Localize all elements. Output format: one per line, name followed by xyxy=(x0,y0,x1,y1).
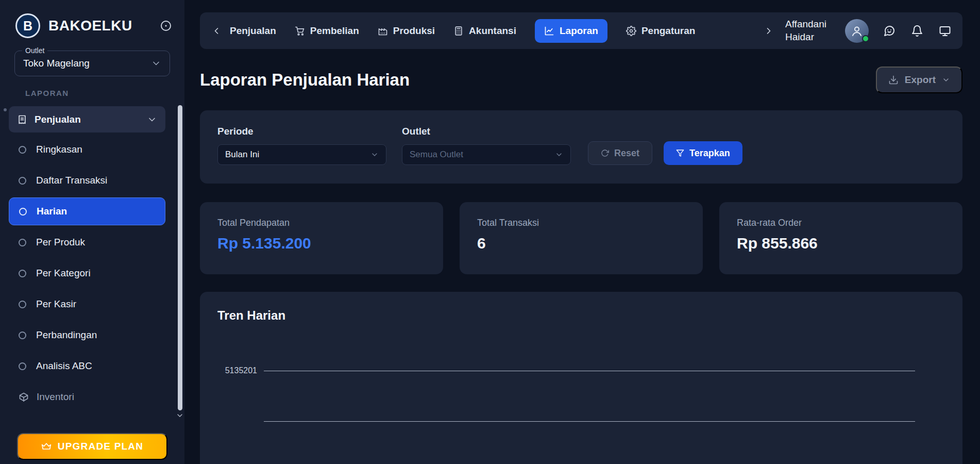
nav-item-pengaturan[interactable]: Pengaturan xyxy=(626,25,696,37)
sidebar-item-perbandingan[interactable]: Perbandingan xyxy=(9,321,165,349)
reset-button[interactable]: Reset xyxy=(588,141,652,165)
sidebar-item-per-produk[interactable]: Per Produk xyxy=(9,228,165,256)
y-axis-tick-label: 5135201 xyxy=(217,366,264,375)
main-content: Penjualan Pembelian Produksi Akuntan xyxy=(184,0,980,464)
topbar-action-icons xyxy=(883,25,951,37)
chevron-down-icon xyxy=(942,76,950,84)
export-label: Export xyxy=(905,74,936,86)
chart-card: Tren Harian 5135201 xyxy=(200,292,962,464)
nav-scroll-left-button[interactable] xyxy=(211,26,222,36)
chart-gridline-row xyxy=(217,421,945,422)
chevron-down-icon xyxy=(147,114,157,125)
stat-value: 6 xyxy=(477,235,685,252)
download-icon xyxy=(888,75,899,85)
nav-item-label: Akuntansi xyxy=(469,25,516,37)
stat-label: Rata-rata Order xyxy=(737,218,945,228)
package-icon xyxy=(19,392,29,402)
sidebar-item-analisis-abc[interactable]: Analisis ABC xyxy=(9,352,165,380)
outlet-select-value: Semua Outlet xyxy=(410,150,463,160)
periode-select-value: Bulan Ini xyxy=(225,150,259,160)
user-avatar[interactable] xyxy=(845,19,869,43)
chevron-down-icon xyxy=(151,58,161,69)
bell-icon xyxy=(911,25,923,37)
radio-circle-icon xyxy=(19,362,26,370)
nav-scroll-right-button[interactable] xyxy=(764,26,774,36)
nav-item-akuntansi[interactable]: Akuntansi xyxy=(453,25,516,37)
chat-smile-icon xyxy=(883,25,895,37)
radio-circle-icon xyxy=(19,146,26,154)
chat-button[interactable] xyxy=(883,25,895,37)
upgrade-plan-label: UPGRADE PLAN xyxy=(58,441,143,452)
nav-item-label: Produksi xyxy=(393,25,435,37)
outlet-select[interactable]: Semua Outlet xyxy=(402,144,571,165)
sidebar-item-harian[interactable]: Harian xyxy=(9,197,165,225)
stat-value: Rp 855.866 xyxy=(737,235,945,252)
chart-gridline-row: 5135201 xyxy=(217,366,945,375)
chevron-down-icon xyxy=(555,151,563,159)
nav-item-label: Laporan xyxy=(560,25,598,37)
radio-circle-icon xyxy=(19,208,27,216)
periode-field: Periode Bulan Ini xyxy=(217,126,386,165)
sidebar-item-label: Per Kasir xyxy=(36,299,76,310)
sidebar-scroll-down-icon[interactable] xyxy=(176,411,184,420)
periode-select[interactable]: Bulan Ini xyxy=(217,144,386,165)
sidebar-item-daftar-transaksi[interactable]: Daftar Transaksi xyxy=(9,167,165,194)
stat-card-total-pendapatan: Total Pendapatan Rp 5.135.200 xyxy=(200,202,443,274)
crown-icon xyxy=(41,441,52,452)
sidebar-item-label: Per Kategori xyxy=(36,268,91,279)
top-nav-items: Penjualan Pembelian Produksi Akuntan xyxy=(230,19,774,43)
apply-filter-button[interactable]: Terapkan xyxy=(664,141,742,165)
nav-item-pembelian[interactable]: Pembelian xyxy=(295,25,359,37)
page-title: Laporan Penjualan Harian xyxy=(200,70,410,90)
notifications-button[interactable] xyxy=(911,25,923,37)
sidebar-item-label: Analisis ABC xyxy=(36,360,92,372)
brand-title: BAKOELKU xyxy=(48,18,132,34)
sidebar-item-penjualan[interactable]: Penjualan xyxy=(9,106,165,132)
stat-label: Total Transaksi xyxy=(477,218,685,228)
filter-icon xyxy=(676,149,684,157)
chart-icon xyxy=(544,26,554,36)
sidebar-collapse-button[interactable] xyxy=(160,20,172,32)
export-button[interactable]: Export xyxy=(876,67,962,93)
nav-item-produksi[interactable]: Produksi xyxy=(378,25,435,37)
sidebar-nav: LAPORAN Penjualan Ringkasan Daftar Trans… xyxy=(0,89,184,411)
calculator-icon xyxy=(453,26,464,36)
sidebar-item-per-kasir[interactable]: Per Kasir xyxy=(9,290,165,318)
outlet-selector[interactable]: Outlet Toko Magelang xyxy=(14,51,170,76)
radio-circle-icon xyxy=(19,332,26,339)
stat-label: Total Pendapatan xyxy=(217,218,426,228)
sidebar-item-inventori[interactable]: Inventori xyxy=(9,383,165,411)
brand-logo-icon: B xyxy=(15,13,40,38)
chevron-down-icon xyxy=(370,151,379,159)
nav-item-label: Pembelian xyxy=(310,25,359,37)
display-mode-button[interactable] xyxy=(939,25,951,37)
radio-circle-icon xyxy=(19,239,26,246)
outlet-field: Outlet Semua Outlet xyxy=(402,126,571,165)
sidebar-scroll-dot xyxy=(4,108,7,111)
chart-title: Tren Harian xyxy=(217,308,945,323)
gear-icon xyxy=(626,26,636,36)
filter-card: Periode Bulan Ini Outlet Semua Outlet Re… xyxy=(200,110,962,184)
radio-circle-icon xyxy=(19,301,26,308)
sidebar-item-ringkasan[interactable]: Ringkasan xyxy=(9,136,165,163)
sidebar-item-per-kategori[interactable]: Per Kategori xyxy=(9,259,165,287)
refresh-icon xyxy=(601,149,609,157)
upgrade-plan-button[interactable]: UPGRADE PLAN xyxy=(17,433,167,460)
radio-circle-icon xyxy=(19,177,26,185)
nav-item-penjualan[interactable]: Penjualan xyxy=(230,25,276,37)
nav-item-laporan[interactable]: Laporan xyxy=(535,19,607,43)
sidebar: B BAKOELKU Outlet Toko Magelang LAPORAN … xyxy=(0,0,184,464)
outlet-selector-value: Toko Magelang xyxy=(23,58,90,69)
sidebar-item-label: Inventori xyxy=(37,391,74,403)
monitor-icon xyxy=(939,25,951,37)
user-name: Affandani Haidar xyxy=(785,18,839,43)
sidebar-item-label: Harian xyxy=(37,206,67,217)
outlet-selector-label: Outlet xyxy=(22,46,47,55)
brand-logo-letter: B xyxy=(23,19,32,34)
sidebar-section-label: LAPORAN xyxy=(25,89,184,97)
apply-filter-label: Terapkan xyxy=(689,148,730,159)
stat-card-total-transaksi: Total Transaksi 6 xyxy=(460,202,703,274)
sidebar-scrollbar-thumb[interactable] xyxy=(178,105,182,410)
chevron-right-icon xyxy=(764,26,774,36)
brand-row: B BAKOELKU xyxy=(0,0,184,47)
